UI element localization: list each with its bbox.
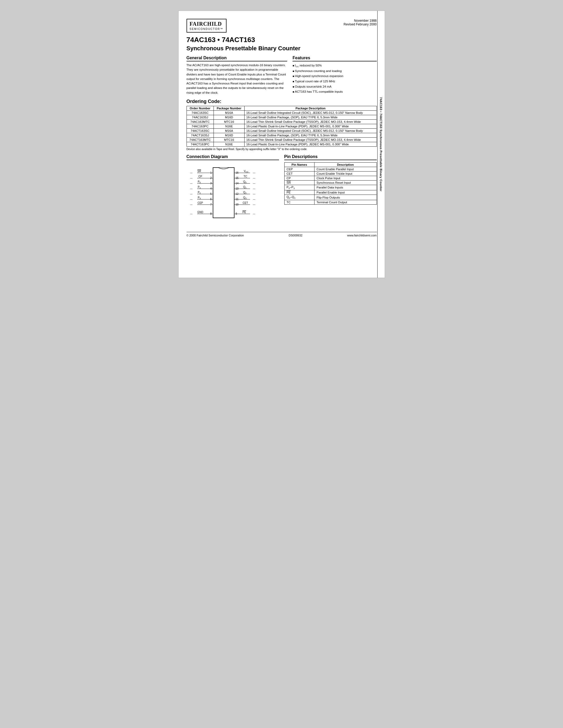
order-cell: 16-Lead Plastic Dual-In-Line Package (PD… xyxy=(244,124,377,128)
svg-text:—: — xyxy=(253,177,255,179)
order-cell: 74AC163MTC xyxy=(186,119,213,124)
logo-name: FAIRCHILD xyxy=(190,21,223,27)
svg-text:CEP: CEP xyxy=(197,201,203,204)
svg-text:GND: GND xyxy=(197,211,203,214)
pin-col-desc: Description xyxy=(314,162,377,167)
pin-row: TC Terminal Count Output xyxy=(284,200,377,205)
pin-row: P0–P3 Parallel Data Inputs xyxy=(284,185,377,190)
tape-note: Device also available in Tape and Reel. … xyxy=(186,147,377,151)
svg-text:—: — xyxy=(253,198,255,201)
svg-text:Q2: Q2 xyxy=(243,191,246,194)
connection-diagram-col: Connection Diagram 1 SR — 2 CP — xyxy=(186,154,279,227)
svg-text:—: — xyxy=(253,172,255,174)
footer: © 2000 Fairchild Semiconductor Corporati… xyxy=(186,232,377,237)
doc-number: DS009932 xyxy=(289,234,302,237)
svg-text:11: 11 xyxy=(235,198,239,201)
svg-text:VCC: VCC xyxy=(243,170,248,173)
order-cell: 16-Lead Small Outline Integrated Circuit… xyxy=(244,110,377,115)
svg-text:—: — xyxy=(190,187,192,190)
svg-text:1: 1 xyxy=(210,171,212,174)
svg-rect-0 xyxy=(213,168,234,218)
order-cell: 74ACT163SC xyxy=(186,128,213,133)
ic-diagram: 1 SR — 2 CP — 3 P0 — 4 P1 — xyxy=(186,162,261,226)
svg-text:—: — xyxy=(190,198,192,201)
general-description-col: General Description The AC/ACT163 are hi… xyxy=(186,56,288,95)
svg-text:SR: SR xyxy=(197,170,201,173)
feature-item: Synchronous counting and loading xyxy=(293,69,377,74)
pin-desc: Parallel Enable Input xyxy=(314,190,377,195)
pin-row: CET Count Enable Trickle Input xyxy=(284,171,377,176)
order-cell: 16-Lead Plastic Dual-In-Line Package (PD… xyxy=(244,142,377,146)
svg-text:P1: P1 xyxy=(198,186,201,189)
svg-text:TC: TC xyxy=(243,175,247,178)
svg-text:—: — xyxy=(190,203,192,206)
feature-item: Outputs source/sink 24 mA xyxy=(293,84,377,89)
svg-text:15: 15 xyxy=(235,177,239,179)
order-cell: 16-Lead Small Outline Integrated Circuit… xyxy=(244,128,377,133)
order-row: 74ACT163SJM16D16-Lead Small Outline Pack… xyxy=(186,133,377,137)
pin-table: Pin Names Description CEP Count Enable P… xyxy=(284,162,377,205)
svg-text:5: 5 xyxy=(210,192,212,195)
svg-text:3: 3 xyxy=(210,182,212,185)
svg-text:—: — xyxy=(253,203,255,206)
order-cell: 16-Lead Small Outline Package, (SOP), EI… xyxy=(244,115,377,119)
svg-text:7: 7 xyxy=(210,203,212,206)
svg-text:Q0: Q0 xyxy=(243,180,246,184)
feature-item: High-speed synchronous expansion xyxy=(293,74,377,79)
order-cell: N16E xyxy=(213,124,244,128)
order-cell: MTC16 xyxy=(213,137,244,142)
pin-name: PE xyxy=(284,190,314,195)
date-block: November 1988 Revised February 2000 xyxy=(344,19,377,26)
svg-text:—: — xyxy=(253,187,255,190)
svg-text:PE: PE xyxy=(242,211,246,214)
svg-text:P0: P0 xyxy=(198,180,201,184)
side-text: 74AC163 • 74ACT163 Synchronous Presettab… xyxy=(380,97,383,191)
pin-desc: Clock Pulse Input xyxy=(314,176,377,180)
features-heading: Features xyxy=(293,56,377,61)
conn-heading: Connection Diagram xyxy=(186,154,279,160)
pin-name: SR xyxy=(284,180,314,185)
feature-item: ACT163 has TTL-compatible inputs xyxy=(293,89,377,95)
svg-text:Q3: Q3 xyxy=(243,196,246,200)
col-package-number: Package Number xyxy=(213,106,244,110)
order-cell: MTC16 xyxy=(213,119,244,124)
pin-desc: Count Enable Parallel Input xyxy=(314,167,377,171)
col-order-number: Order Number xyxy=(186,106,213,110)
pin-row: Q0–Q3 Flip-Flop Outputs xyxy=(284,195,377,200)
order-cell: 74ACT163PC xyxy=(186,142,213,146)
copyright: © 2000 Fairchild Semiconductor Corporati… xyxy=(186,234,244,237)
pin-row: CEP Count Enable Parallel Input xyxy=(284,167,377,171)
ordering-table: Order Number Package Number Package Desc… xyxy=(186,106,377,147)
svg-text:P3: P3 xyxy=(198,196,201,200)
svg-text:CP: CP xyxy=(198,175,202,178)
pin-name: P0–P3 xyxy=(284,185,314,190)
date: November 1988 xyxy=(344,19,377,23)
svg-text:12: 12 xyxy=(235,192,239,195)
svg-text:P2: P2 xyxy=(198,191,201,194)
order-cell: 74ACT163SJ xyxy=(186,133,213,137)
ordering-heading: Ordering Code: xyxy=(186,99,377,104)
pin-desc: Terminal Count Output xyxy=(314,200,377,205)
datasheet-page: 74AC163 • 74ACT163 Synchronous Presettab… xyxy=(178,11,385,278)
svg-text:9: 9 xyxy=(235,212,237,215)
pin-desc: Flip-Flop Outputs xyxy=(314,195,377,200)
order-row: 74ACT163PCN16E16-Lead Plastic Dual-In-Li… xyxy=(186,142,377,146)
svg-text:CET: CET xyxy=(243,201,248,204)
svg-text:—: — xyxy=(190,213,192,215)
main-title: 74AC163 • 74ACT163 xyxy=(186,36,377,44)
order-cell: 16-Lead Thin Shrink Small Outline Packag… xyxy=(244,137,377,142)
gen-desc-text: The AC/ACT163 are high-speed synchronous… xyxy=(186,63,288,95)
gen-desc-heading: General Description xyxy=(186,56,288,61)
svg-text:—: — xyxy=(190,193,192,195)
pin-col-names: Pin Names xyxy=(284,162,314,167)
pin-row: CP Clock Pulse Input xyxy=(284,176,377,180)
svg-text:4: 4 xyxy=(210,187,212,190)
feature-item: Typical count rate of 125 MHz xyxy=(293,79,377,84)
svg-text:—: — xyxy=(190,172,192,174)
svg-text:—: — xyxy=(253,182,255,185)
svg-text:2: 2 xyxy=(210,177,212,179)
svg-text:16: 16 xyxy=(235,171,239,174)
svg-text:—: — xyxy=(190,182,192,185)
order-cell: 16-Lead Small Outline Package, (SOP), EI… xyxy=(244,133,377,137)
pin-descriptions-col: Pin Descriptions Pin Names Description C… xyxy=(284,154,377,227)
